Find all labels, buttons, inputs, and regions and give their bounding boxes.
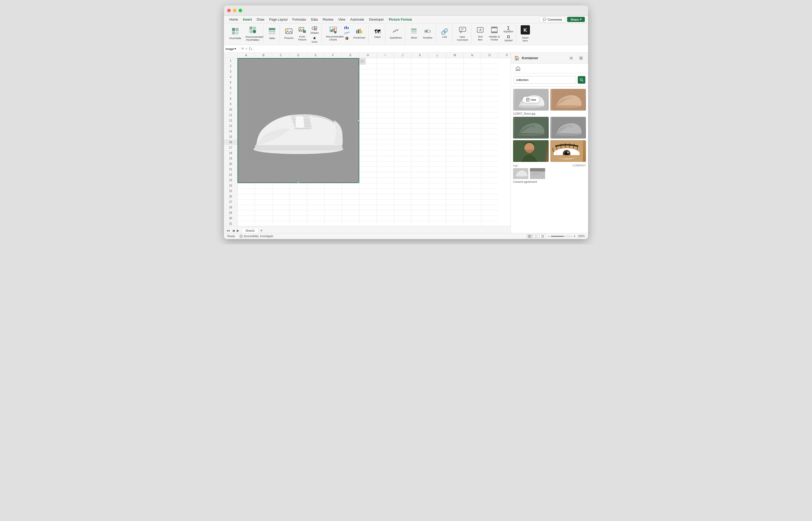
zoom-in-button[interactable]: + xyxy=(574,234,575,238)
tab-first-button[interactable]: ⏮ xyxy=(226,228,231,233)
row-11[interactable]: 11 xyxy=(224,112,237,118)
col-header-G[interactable]: G xyxy=(342,53,359,58)
col-header-M[interactable]: M xyxy=(446,53,464,58)
table-button[interactable]: Table xyxy=(266,25,278,42)
search-button[interactable] xyxy=(578,76,585,84)
recommended-charts-button[interactable]: ✓ Recommended Charts xyxy=(325,25,342,42)
col-header-D[interactable]: D xyxy=(290,53,307,58)
row-12[interactable]: 12 xyxy=(224,118,237,123)
use-overlay-1[interactable]: Use xyxy=(523,97,540,103)
shapes-button[interactable]: Shapes xyxy=(309,25,320,35)
row-28[interactable]: 28 xyxy=(224,205,237,210)
col-header-N[interactable]: N xyxy=(464,53,481,58)
kontainer-image-6[interactable] xyxy=(550,140,586,162)
menu-view[interactable]: View xyxy=(336,17,348,22)
col-header-B[interactable]: B xyxy=(255,53,272,58)
maps-button[interactable]: 🗺 Maps xyxy=(372,25,383,42)
menu-draw[interactable]: Draw xyxy=(255,17,267,22)
cancel-formula-button[interactable]: ✕ xyxy=(241,47,244,50)
spreadsheet-image[interactable] xyxy=(238,58,359,183)
kontainer-image-4[interactable] xyxy=(550,117,586,138)
fullscreen-button[interactable] xyxy=(239,9,242,12)
tab-prev-button[interactable]: ◀ xyxy=(232,228,235,233)
timeline-button[interactable]: Timeline xyxy=(421,25,434,42)
search-input[interactable] xyxy=(513,76,576,84)
row-23[interactable]: 23 xyxy=(224,178,237,183)
menu-formulas[interactable]: Formulas xyxy=(290,17,308,22)
pivot-table-button[interactable]: PivotTable xyxy=(228,25,243,42)
line-chart-button[interactable] xyxy=(343,30,351,35)
text-box-button[interactable]: A Text Box xyxy=(474,25,486,42)
panel-close-button[interactable] xyxy=(569,55,574,61)
row-19[interactable]: 19 xyxy=(224,156,237,161)
row-8[interactable]: 8 xyxy=(224,96,237,101)
row-6[interactable]: 6 xyxy=(224,85,237,91)
panel-home-nav-button[interactable] xyxy=(514,65,522,72)
icons-button[interactable]: ★ Icons xyxy=(311,35,319,44)
resize-handle-bottom[interactable] xyxy=(297,181,300,183)
menu-automate[interactable]: Automate xyxy=(348,17,366,22)
row-21[interactable]: 21 xyxy=(224,167,237,172)
page-layout-view-button[interactable] xyxy=(533,234,539,239)
confirm-formula-button[interactable]: ✓ xyxy=(245,47,248,50)
insert-function-button[interactable]: ƒx xyxy=(249,46,252,51)
bar-chart-button[interactable] xyxy=(343,25,351,30)
col-header-F[interactable]: F xyxy=(325,53,342,58)
slicer-button[interactable]: Slicer xyxy=(408,25,420,42)
close-button[interactable] xyxy=(227,9,231,12)
col-header-L[interactable]: L xyxy=(429,53,446,58)
menu-data[interactable]: Data xyxy=(309,17,320,22)
row-16[interactable]: 16 xyxy=(224,140,237,145)
row-5[interactable]: 5 xyxy=(224,80,237,85)
col-header-O[interactable]: O xyxy=(481,53,498,58)
kontainer-image-3[interactable] xyxy=(513,117,549,138)
thumb-1[interactable] xyxy=(513,168,528,179)
header-footer-button[interactable]: Header & Footer xyxy=(487,25,501,42)
kontainer-image-2[interactable] xyxy=(550,89,586,111)
page-break-view-button[interactable] xyxy=(540,234,546,239)
recommended-pivottables-button[interactable]: ✓ Recommended PivotTables xyxy=(244,25,261,42)
zoom-out-button[interactable]: − xyxy=(548,234,550,238)
cell-image-icon[interactable] xyxy=(359,58,366,65)
pivot-chart-button[interactable]: PivotChart xyxy=(352,25,367,42)
row-10[interactable]: 10 xyxy=(224,107,237,112)
equation-button[interactable]: ∑ Equation xyxy=(503,25,514,33)
share-button[interactable]: Share ▾ xyxy=(567,17,585,22)
row-7[interactable]: 7 xyxy=(224,91,237,96)
minimize-button[interactable] xyxy=(233,9,237,12)
new-comment-button[interactable]: New Comment xyxy=(455,25,469,42)
link-button[interactable]: 🔗 Link xyxy=(439,25,451,42)
row-27[interactable]: 27 xyxy=(224,199,237,205)
row-15[interactable]: 15 xyxy=(224,134,237,140)
formula-input[interactable] xyxy=(254,47,588,50)
menu-review[interactable]: Review xyxy=(321,17,335,22)
zoom-slider[interactable] xyxy=(551,236,573,237)
row-1[interactable]: 1 xyxy=(224,58,237,64)
menu-picture-format[interactable]: Picture Format xyxy=(387,17,414,22)
row-2[interactable]: 2 xyxy=(224,64,237,69)
col-header-I[interactable]: I xyxy=(377,53,394,58)
row-13[interactable]: 13 xyxy=(224,123,237,129)
accessibility-indicator[interactable]: Accessibility: Investigate xyxy=(239,235,273,238)
row-24[interactable]: 24 xyxy=(224,183,237,188)
normal-view-button[interactable] xyxy=(527,234,533,239)
row-31[interactable]: 31 xyxy=(224,221,237,226)
tab-next-button[interactable]: ▶ xyxy=(236,228,240,233)
row-18[interactable]: 18 xyxy=(224,151,237,156)
menu-page-layout[interactable]: Page Layout xyxy=(267,17,290,22)
row-4[interactable]: 4 xyxy=(224,74,237,80)
row-3[interactable]: 3 xyxy=(224,69,237,74)
col-header-K[interactable]: K xyxy=(412,53,429,58)
menu-home[interactable]: Home xyxy=(227,17,240,22)
row-29[interactable]: 29 xyxy=(224,210,237,216)
row-9[interactable]: 9 xyxy=(224,101,237,107)
col-header-J[interactable]: J xyxy=(394,53,412,58)
add-sheet-button[interactable]: + xyxy=(259,228,264,233)
panel-settings-button[interactable] xyxy=(577,54,585,62)
sheet-tab-sheet1[interactable]: Sheet1 xyxy=(242,228,259,233)
menu-insert[interactable]: Insert xyxy=(241,17,254,22)
resize-handle-bottom-right[interactable] xyxy=(358,181,359,183)
row-17[interactable]: 17 xyxy=(224,145,237,151)
cell-reference[interactable]: Image ▾ xyxy=(224,47,240,50)
col-header-P[interactable]: P xyxy=(498,53,511,58)
